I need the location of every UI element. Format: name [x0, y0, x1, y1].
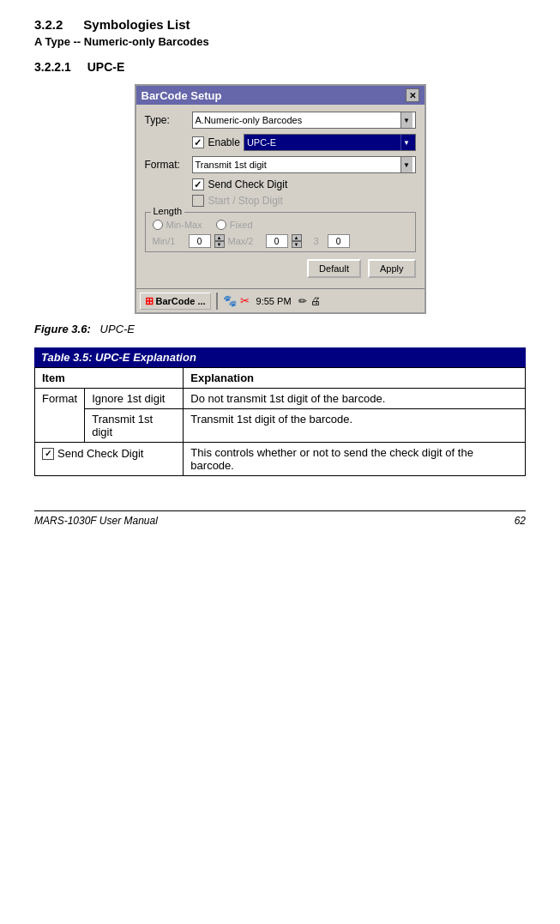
enable-row: Enable UPC-E ▼ — [145, 134, 416, 151]
figure-caption: Figure 3.6: UPC-E — [34, 323, 526, 335]
section-title-text: Symbologies List — [83, 17, 190, 32]
table-row: Send Check Digit This controls whether o… — [35, 443, 526, 476]
min-spinner[interactable]: ▲ ▼ — [214, 234, 225, 248]
taskbar-icon4: 🖨 — [310, 295, 321, 307]
max-input[interactable] — [266, 234, 288, 248]
enable-dropdown-arrow[interactable]: ▼ — [400, 135, 412, 150]
min-up-arrow[interactable]: ▲ — [214, 234, 225, 241]
check-digit-table-label: Send Check Digit — [57, 447, 143, 460]
dialog-container: BarCode Setup ✕ Type: A.Numeric-only Bar… — [34, 84, 526, 314]
explanation-table: Item Explanation Format Ignore 1st digit… — [34, 367, 526, 476]
type-row: Type: A.Numeric-only Barcodes ▼ — [145, 112, 416, 129]
type-label: Type: — [145, 114, 192, 126]
max-spinner[interactable]: ▲ ▼ — [292, 234, 302, 248]
min-input[interactable] — [189, 234, 211, 248]
col2-header: Explanation — [184, 368, 526, 389]
min-down-arrow[interactable]: ▼ — [214, 241, 225, 248]
type-dropdown-arrow[interactable]: ▼ — [400, 112, 412, 128]
check-digit-checkbox[interactable] — [192, 178, 204, 190]
radio-row: Min-Max Fixed — [153, 220, 408, 230]
fixed-label: Fixed — [230, 220, 253, 230]
subsection-number: 3.2.2.1 — [34, 60, 71, 74]
taskbar-icons: 🐾 — [223, 294, 237, 307]
col1-header: Item — [35, 368, 184, 389]
table-header-row: Item Explanation — [35, 368, 526, 389]
minmax-radio-item[interactable]: Min-Max — [153, 220, 202, 230]
check-digit-explanation-cell: This controls whether or not to send the… — [184, 443, 526, 476]
format-select[interactable]: Transmit 1st digit ▼ — [192, 156, 416, 173]
dialog-titlebar: BarCode Setup ✕ — [136, 86, 425, 105]
minmax-label: Min-Max — [166, 220, 202, 230]
default-button[interactable]: Default — [307, 259, 361, 278]
enable-select[interactable]: UPC-E ▼ — [244, 134, 416, 151]
footer-left: MARS-1030F User Manual — [34, 515, 158, 527]
table-title: Table 3.5: UPC-E Explanation — [34, 347, 526, 367]
taskbar-start-icon: ⊞ — [145, 295, 154, 307]
check-digit-row: Send Check Digit — [145, 178, 416, 190]
footer-right: 62 — [515, 515, 526, 527]
max-label: Max/2 — [228, 236, 262, 246]
format-row: Format: Transmit 1st digit ▼ — [145, 156, 416, 173]
dialog-close-button[interactable]: ✕ — [406, 88, 419, 102]
section-number: 3.2.2 — [34, 17, 63, 32]
taskbar-start-label: BarCode ... — [156, 296, 206, 306]
enable-checkbox[interactable] — [192, 136, 204, 148]
check-digit-table-icon — [42, 448, 54, 460]
fixed-radio-item[interactable]: Fixed — [216, 220, 253, 230]
start-stop-label: Start / Stop Digit — [208, 195, 283, 207]
ignore-sub-cell: Ignore 1st digit — [85, 389, 184, 409]
taskbar-start-button[interactable]: ⊞ BarCode ... — [140, 293, 211, 310]
start-stop-row: Start / Stop Digit — [145, 195, 416, 207]
taskbar-time: 9:55 PM — [256, 296, 292, 306]
enable-value: UPC-E — [247, 137, 276, 148]
dialog-buttons: Default Apply — [145, 259, 416, 281]
minmax-row: Min/1 ▲ ▼ Max/2 ▲ ▼ 3 — [153, 234, 408, 248]
format-dropdown-arrow[interactable]: ▼ — [400, 157, 412, 172]
ignore-explanation-cell: Do not transmit 1st digit of the barcode… — [184, 389, 526, 409]
length-legend: Length — [151, 206, 185, 216]
type-value: A.Numeric-only Barcodes — [196, 115, 303, 125]
check-digit-label: Send Check Digit — [208, 178, 288, 190]
transmit-sub-cell: Transmit 1st digit — [85, 409, 184, 443]
dialog-body: Type: A.Numeric-only Barcodes ▼ Enable U… — [136, 105, 425, 288]
field3-number: 3 — [314, 236, 319, 246]
enable-label: Enable — [208, 136, 240, 148]
footer: MARS-1030F User Manual 62 — [34, 510, 526, 527]
dialog-taskbar: ⊞ BarCode ... 🐾 ✂ 9:55 PM ✏ 🖨 — [136, 288, 425, 312]
start-stop-checkbox[interactable] — [192, 195, 204, 207]
dialog-title: BarCode Setup — [142, 89, 222, 102]
table-row: Format Ignore 1st digit Do not transmit … — [35, 389, 526, 409]
format-item-cell: Format — [35, 389, 85, 443]
length-group: Length Min-Max Fixed Min/1 ▲ — [145, 212, 416, 252]
format-label: Format: — [145, 159, 192, 171]
fixed-radio[interactable] — [216, 220, 226, 230]
barcode-setup-dialog: BarCode Setup ✕ Type: A.Numeric-only Bar… — [135, 84, 426, 314]
subsection-title: UPC-E — [87, 60, 125, 74]
explanation-table-container: Table 3.5: UPC-E Explanation Item Explan… — [34, 347, 526, 476]
apply-button[interactable]: Apply — [368, 259, 416, 278]
table-row: Transmit 1st digit Transmit 1st digit of… — [35, 409, 526, 443]
minmax-radio[interactable] — [153, 220, 163, 230]
taskbar-icon2: ✂ — [240, 294, 250, 307]
max-down-arrow[interactable]: ▼ — [292, 241, 302, 248]
format-value: Transmit 1st digit — [196, 160, 267, 170]
field3-input[interactable] — [328, 234, 350, 248]
subsection-title-text — [74, 60, 84, 74]
section-title — [66, 17, 81, 32]
min-label: Min/1 — [153, 236, 185, 246]
max-up-arrow[interactable]: ▲ — [292, 234, 302, 241]
type-select[interactable]: A.Numeric-only Barcodes ▼ — [192, 112, 416, 129]
taskbar-divider — [216, 293, 218, 310]
transmit-explanation-cell: Transmit 1st digit of the barcode. — [184, 409, 526, 443]
subtitle: A Type -- Numeric-only Barcodes — [34, 35, 526, 48]
taskbar-icon3: ✏ — [298, 295, 307, 307]
check-digit-item-cell: Send Check Digit — [35, 443, 184, 476]
